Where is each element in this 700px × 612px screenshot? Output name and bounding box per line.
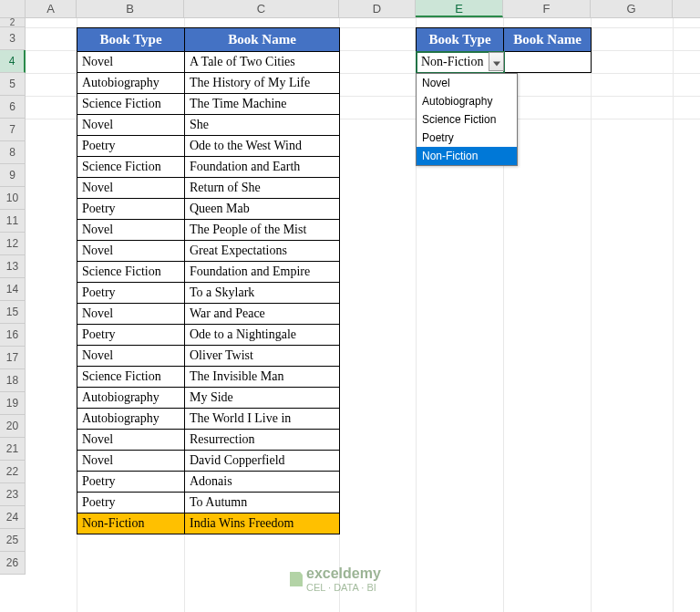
cell-book-type[interactable]: Poetry [77,199,185,220]
cell-book-type[interactable]: Poetry [77,493,185,513]
cell-book-type[interactable]: Science Fiction [77,262,185,283]
row-header-5[interactable]: 5 [0,73,26,96]
cell-book-type[interactable]: Non-Fiction [77,513,185,534]
row-header-14[interactable]: 14 [0,278,26,301]
cell-area[interactable]: Book Type Book Name NovelA Tale of Two C… [26,18,700,612]
dropdown-item[interactable]: Science Fiction [417,110,517,129]
table-row: NovelGreat Expectations [77,241,340,262]
dropdown-list[interactable]: NovelAutobiographyScience FictionPoetryN… [416,73,518,166]
cell-book-name[interactable]: The Time Machine [185,94,340,115]
cell-book-name[interactable]: My Side [185,388,340,409]
cell-book-type[interactable]: Autobiography [77,388,185,409]
cell-book-name[interactable]: The History of My Life [185,73,340,94]
row-header-22[interactable]: 22 [0,461,26,483]
row-header-25[interactable]: 25 [0,529,26,552]
table-row: NovelA Tale of Two Cities [77,52,340,73]
cell-book-type[interactable]: Science Fiction [77,157,185,178]
cell-book-type[interactable]: Autobiography [77,73,185,94]
row-header-26[interactable]: 26 [0,552,26,575]
cell-book-name[interactable]: Oliver Twist [185,346,340,367]
cell-book-type[interactable]: Novel [77,220,185,241]
cell-book-name[interactable]: Queen Mab [185,199,340,220]
row-header-19[interactable]: 19 [0,392,26,415]
cell-book-type[interactable]: Poetry [77,283,185,304]
col-header-B[interactable]: B [77,0,184,17]
cell-book-name[interactable]: David Copperfield [185,451,340,472]
cell-book-name[interactable]: Foundation and Empire [185,262,340,283]
table-row: Science FictionFoundation and Earth [77,157,340,178]
table-row: PoetryOde to the West Wind [77,136,340,157]
col-header-E[interactable]: E [416,0,503,17]
row-header-8[interactable]: 8 [0,141,26,164]
cell-book-name-value[interactable] [504,52,592,73]
col-header-G[interactable]: G [591,0,673,17]
cell-book-name[interactable]: To a Skylark [185,283,340,304]
cell-book-name[interactable]: The People of the Mist [185,220,340,241]
cell-book-name[interactable]: The Invisible Man [185,367,340,388]
row-header-7[interactable]: 7 [0,119,26,141]
row-header-24[interactable]: 24 [0,506,26,529]
row-header-16[interactable]: 16 [0,324,26,347]
cell-book-name[interactable]: The World I Live in [185,409,340,430]
col-header-F[interactable]: F [503,0,591,17]
row-header-3[interactable]: 3 [0,27,26,50]
row-header-23[interactable]: 23 [0,483,26,506]
cell-book-name[interactable]: Foundation and Earth [185,157,340,178]
cell-book-type[interactable]: Novel [77,52,185,73]
cell-book-type[interactable]: Novel [77,241,185,262]
col-header-A[interactable]: A [26,0,77,17]
cell-book-type[interactable]: Poetry [77,472,185,493]
cell-book-type[interactable]: Novel [77,115,185,136]
row-header-15[interactable]: 15 [0,301,26,324]
row-header-13[interactable]: 13 [0,255,26,278]
cell-book-name[interactable]: War and Peace [185,304,340,325]
cell-book-type[interactable]: Novel [77,178,185,199]
row-header-18[interactable]: 18 [0,369,26,392]
row-header-11[interactable]: 11 [0,210,26,233]
row-header-20[interactable]: 20 [0,415,26,438]
row-header-2[interactable]: 2 [0,18,26,27]
cell-book-type[interactable]: Autobiography [77,409,185,430]
row-header-12[interactable]: 12 [0,233,26,255]
cell-book-type[interactable]: Science Fiction [77,367,185,388]
col-header-D[interactable]: D [339,0,416,17]
cell-book-type[interactable]: Poetry [77,136,185,157]
select-all-corner[interactable] [0,0,26,17]
dropdown-item[interactable]: Autobiography [417,92,517,110]
dropdown-item[interactable]: Poetry [417,129,517,147]
cell-book-name[interactable]: A Tale of Two Cities [185,52,340,73]
row-header-4[interactable]: 4 [0,50,26,73]
cell-book-name[interactable]: Ode to a Nightingale [185,325,340,346]
dropdown-button[interactable] [489,52,504,71]
cell-book-type[interactable]: Novel [77,451,185,472]
cell-book-name[interactable]: Return of She [185,178,340,199]
row-header-17[interactable]: 17 [0,347,26,369]
header-book-type[interactable]: Book Type [77,28,185,52]
watermark-icon [290,572,303,586]
cell-book-name[interactable]: To Autumn [185,493,340,513]
cell-book-name[interactable]: Ode to the West Wind [185,136,340,157]
table-row: NovelWar and Peace [77,304,340,325]
dropdown-item[interactable]: Non-Fiction [417,147,517,165]
row-header-21[interactable]: 21 [0,438,26,461]
cell-book-type[interactable]: Novel [77,346,185,367]
table-row: Science FictionThe Time Machine [77,94,340,115]
table-row: NovelReturn of She [77,178,340,199]
col-header-C[interactable]: C [184,0,339,17]
lookup-header-book-name[interactable]: Book Name [504,28,592,52]
dropdown-item[interactable]: Novel [417,74,517,92]
lookup-header-book-type[interactable]: Book Type [417,28,504,52]
cell-book-name[interactable]: India Wins Freedom [185,513,340,534]
cell-book-name[interactable]: She [185,115,340,136]
cell-book-type[interactable]: Novel [77,304,185,325]
cell-book-name[interactable]: Resurrection [185,430,340,451]
header-book-name[interactable]: Book Name [185,28,340,52]
cell-book-name[interactable]: Adonais [185,472,340,493]
cell-book-type[interactable]: Novel [77,430,185,451]
cell-book-type[interactable]: Poetry [77,325,185,346]
cell-book-type[interactable]: Science Fiction [77,94,185,115]
row-header-9[interactable]: 9 [0,164,26,187]
cell-book-name[interactable]: Great Expectations [185,241,340,262]
row-header-6[interactable]: 6 [0,96,26,119]
row-header-10[interactable]: 10 [0,187,26,210]
